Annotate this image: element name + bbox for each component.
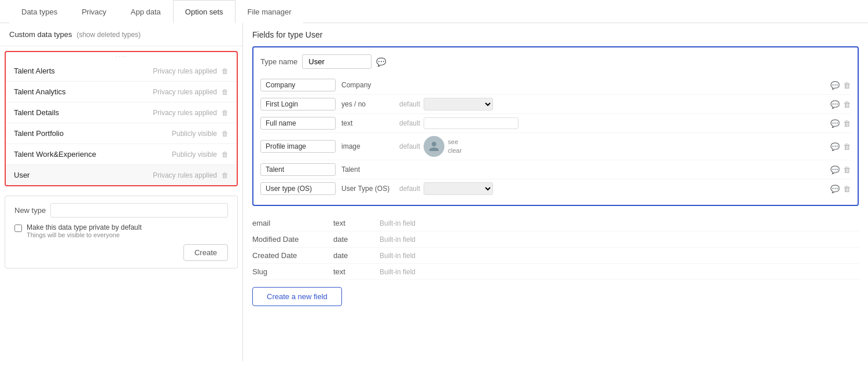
field-actions-fullname: 💬 🗑	[830, 119, 851, 128]
delete-icon-usertype[interactable]: 🗑	[843, 185, 851, 193]
dt-status: Privacy rules applied	[153, 67, 217, 75]
delete-icon-profileimage[interactable]: 🗑	[843, 142, 851, 151]
comment-icon-profileimage[interactable]: 💬	[830, 142, 840, 151]
private-checkbox[interactable]	[14, 225, 22, 232]
field-actions-company: 💬 🗑	[830, 81, 851, 90]
dt-name: Talent Portfolio	[14, 129, 172, 138]
dt-delete-icon[interactable]: 🗑	[222, 67, 229, 75]
comment-icon-talent[interactable]: 💬	[830, 165, 840, 174]
field-name-profileimage[interactable]: Profile image	[260, 140, 336, 153]
dt-delete-icon[interactable]: 🗑	[222, 130, 229, 138]
new-type-section: New type Make this data type private by …	[5, 196, 238, 268]
fields-box: Type name 💬 Company Company 💬 🗑 First Lo…	[252, 46, 859, 206]
private-text-block: Make this data type private by default T…	[27, 223, 142, 238]
field-actions-profileimage: 💬 🗑	[830, 142, 851, 151]
list-item[interactable]: Talent Work&Experience Publicly visible …	[6, 144, 237, 165]
comment-icon[interactable]: 💬	[376, 57, 386, 67]
dt-status: Privacy rules applied	[153, 171, 217, 179]
tab-app-data[interactable]: App data	[119, 0, 173, 23]
new-type-row: New type	[14, 203, 228, 218]
field-row-profileimage: Profile image image default see clear 💬	[260, 133, 851, 160]
dt-name: Talent Analytics	[14, 87, 153, 96]
builtin-name-modifieddate: Modified Date	[252, 235, 333, 244]
type-name-row: Type name 💬	[260, 54, 851, 69]
comment-icon-usertype[interactable]: 💬	[830, 185, 840, 193]
comment-icon-fullname[interactable]: 💬	[830, 119, 840, 128]
tab-file-manager[interactable]: File manager	[236, 0, 304, 23]
dt-status: Privacy rules applied	[153, 88, 217, 96]
main-content: Custom data types (show deleted types) ·…	[0, 23, 868, 361]
field-default-label-firstlogin: default	[399, 100, 420, 108]
list-item[interactable]: Talent Alerts Privacy rules applied 🗑	[6, 61, 237, 82]
builtin-name-createddate: Created Date	[252, 251, 333, 260]
field-name-talent[interactable]: Talent	[260, 163, 336, 176]
builtin-row-modifieddate: Modified Date date Built-in field	[252, 231, 859, 248]
field-default-input-fullname[interactable]	[424, 117, 518, 129]
field-actions-usertype: 💬 🗑	[830, 185, 851, 193]
field-type-profileimage: image	[341, 142, 393, 150]
delete-icon-company[interactable]: 🗑	[843, 81, 851, 90]
new-type-label: New type	[14, 206, 46, 215]
show-deleted-link[interactable]: (show deleted types)	[76, 31, 141, 39]
list-item[interactable]: Talent Analytics Privacy rules applied 🗑	[6, 82, 237, 102]
field-default-select-firstlogin[interactable]	[424, 98, 493, 111]
builtin-row-email: email text Built-in field	[252, 215, 859, 231]
builtin-row-slug: Slug text Built-in field	[252, 264, 859, 280]
builtin-type-createddate: date	[333, 251, 380, 260]
comment-icon-firstlogin[interactable]: 💬	[830, 100, 840, 109]
type-name-input[interactable]	[302, 54, 372, 69]
builtin-name-slug: Slug	[252, 267, 333, 276]
delete-icon-fullname[interactable]: 🗑	[843, 119, 851, 128]
create-new-field-button[interactable]: Create a new field	[252, 287, 342, 306]
field-row-company: Company Company 💬 🗑	[260, 76, 851, 95]
field-default-label-fullname: default	[399, 119, 420, 127]
builtin-label-email: Built-in field	[380, 219, 415, 227]
private-row: Make this data type private by default T…	[14, 223, 228, 238]
tab-option-sets[interactable]: Option sets	[173, 0, 236, 23]
see-clear-block: see clear	[448, 138, 462, 156]
right-panel-title: Fields for type User	[252, 30, 859, 39]
field-default-label-usertype: default	[399, 185, 420, 193]
delete-icon-talent[interactable]: 🗑	[843, 165, 851, 174]
dt-name: Talent Alerts	[14, 67, 153, 75]
right-panel: Fields for type User Type name 💬 Company…	[243, 23, 868, 361]
field-type-company: Company	[341, 81, 393, 89]
tab-privacy[interactable]: Privacy	[69, 0, 119, 23]
field-name-company[interactable]: Company	[260, 79, 336, 91]
builtin-fields-table: email text Built-in field Modified Date …	[252, 215, 859, 280]
field-name-fullname[interactable]: Full name	[260, 117, 336, 130]
dt-name: Talent Work&Experience	[14, 150, 172, 159]
field-row-usertype: User type (OS) User Type (OS) default 💬 …	[260, 179, 851, 198]
dt-delete-icon[interactable]: 🗑	[222, 171, 229, 179]
left-panel: Custom data types (show deleted types) ·…	[0, 23, 243, 361]
create-button[interactable]: Create	[183, 244, 228, 261]
list-item[interactable]: User Privacy rules applied 🗑	[6, 165, 237, 185]
field-name-firstlogin[interactable]: First Login	[260, 98, 336, 111]
field-actions-firstlogin: 💬 🗑	[830, 100, 851, 109]
field-name-usertype[interactable]: User type (OS)	[260, 182, 336, 195]
dt-status: Publicly visible	[172, 130, 217, 138]
field-row-firstlogin: First Login yes / no default 💬 🗑	[260, 95, 851, 114]
see-label[interactable]: see	[448, 138, 462, 146]
builtin-label-slug: Built-in field	[380, 268, 415, 276]
delete-icon-firstlogin[interactable]: 🗑	[843, 100, 851, 109]
field-type-firstlogin: yes / no	[341, 100, 393, 108]
clear-label[interactable]: clear	[448, 146, 462, 155]
dt-delete-icon[interactable]: 🗑	[222, 109, 229, 117]
field-type-usertype: User Type (OS)	[341, 185, 393, 193]
builtin-type-slug: text	[333, 267, 380, 276]
list-item[interactable]: Talent Portfolio Publicly visible 🗑	[6, 123, 237, 144]
comment-icon-company[interactable]: 💬	[830, 81, 840, 90]
person-svg	[428, 141, 440, 152]
field-default-label-profileimage: default	[399, 142, 420, 150]
dt-status: Privacy rules applied	[153, 109, 217, 117]
tab-data-types[interactable]: Data types	[9, 0, 69, 23]
builtin-type-modifieddate: date	[333, 235, 380, 244]
create-btn-row: Create	[14, 244, 228, 261]
dt-delete-icon[interactable]: 🗑	[222, 88, 229, 96]
field-default-select-usertype[interactable]	[424, 182, 493, 195]
dt-delete-icon[interactable]: 🗑	[222, 150, 229, 159]
list-item[interactable]: Talent Details Privacy rules applied 🗑	[6, 102, 237, 123]
field-actions-talent: 💬 🗑	[830, 165, 851, 174]
new-type-input[interactable]	[50, 203, 228, 218]
